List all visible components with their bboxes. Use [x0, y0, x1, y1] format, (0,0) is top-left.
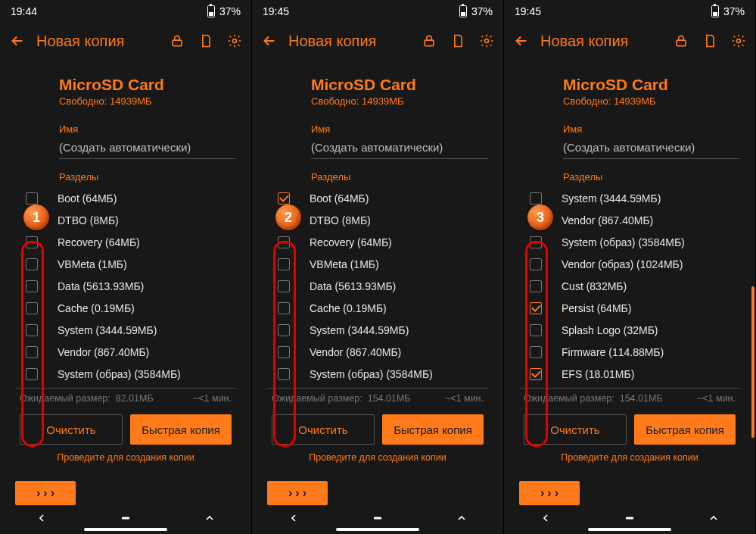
- nav-home-icon[interactable]: [371, 511, 384, 528]
- partition-checkbox[interactable]: [278, 346, 290, 358]
- battery-percent: 37%: [219, 5, 241, 17]
- gear-icon[interactable]: [227, 33, 242, 48]
- partition-row[interactable]: VBMeta (1МБ): [267, 253, 488, 275]
- swipe-handle[interactable]: ›››: [15, 481, 76, 505]
- partition-checkbox[interactable]: [278, 368, 290, 380]
- partition-checkbox[interactable]: [278, 192, 290, 205]
- swipe-track[interactable]: ›››: [15, 481, 236, 505]
- nav-back-icon[interactable]: [540, 512, 552, 527]
- partition-checkbox[interactable]: [278, 324, 290, 336]
- nav-recent-icon[interactable]: [708, 512, 720, 527]
- back-icon[interactable]: [9, 33, 26, 49]
- fast-copy-button[interactable]: Быстрая копия: [130, 414, 232, 445]
- storage-subtitle: Свободно: 14939МБ: [563, 95, 740, 107]
- clear-button[interactable]: Очистить: [272, 414, 375, 445]
- battery-percent: 37%: [723, 5, 745, 17]
- partition-row[interactable]: Vendor (образ) (1024МБ): [519, 253, 740, 275]
- partition-checkbox[interactable]: [26, 346, 38, 358]
- partition-row[interactable]: Persist (64МБ): [519, 297, 740, 319]
- partition-checkbox[interactable]: [26, 236, 38, 248]
- partition-checkbox[interactable]: [530, 258, 542, 270]
- partition-row[interactable]: Cache (0.19МБ): [267, 297, 488, 319]
- partition-checkbox[interactable]: [278, 236, 290, 248]
- gear-icon[interactable]: [479, 33, 494, 48]
- lock-icon[interactable]: [170, 33, 185, 48]
- partition-checkbox[interactable]: [26, 368, 38, 380]
- partition-row[interactable]: VBMeta (1МБ): [15, 253, 236, 275]
- partition-row[interactable]: Data (5613.93МБ): [267, 275, 488, 297]
- fast-copy-button[interactable]: Быстрая копия: [382, 414, 484, 445]
- swipe-handle[interactable]: ›››: [519, 481, 580, 505]
- fast-copy-button[interactable]: Быстрая копия: [634, 414, 736, 445]
- partition-checkbox[interactable]: [530, 236, 542, 248]
- battery-icon: [459, 5, 467, 17]
- partition-row[interactable]: Firmware (114.88МБ): [519, 341, 740, 363]
- name-label: Имя: [59, 123, 236, 135]
- partitions-label: Разделы: [59, 171, 236, 183]
- sdcard-icon[interactable]: [450, 33, 465, 48]
- nav-home-icon[interactable]: [623, 511, 636, 528]
- lock-icon[interactable]: [422, 33, 437, 48]
- partition-checkbox[interactable]: [530, 346, 542, 358]
- back-icon[interactable]: [513, 33, 530, 49]
- partition-checkbox[interactable]: [26, 258, 38, 270]
- nav-recent-icon[interactable]: [456, 512, 468, 527]
- partition-label-text: Vendor (867.40МБ): [58, 346, 149, 358]
- nav-recent-icon[interactable]: [204, 512, 216, 527]
- partition-row[interactable]: Splash Logo (32МБ): [519, 319, 740, 341]
- content-area: MicroSD CardСвободно: 14939МБИмя(Создать…: [504, 59, 755, 469]
- swipe-track[interactable]: ›››: [519, 481, 740, 505]
- swipe-handle[interactable]: ›››: [267, 481, 328, 505]
- sdcard-icon[interactable]: [198, 33, 213, 48]
- partition-row[interactable]: Cache (0.19МБ): [15, 297, 236, 319]
- partition-row[interactable]: System (3444.59МБ): [519, 187, 740, 209]
- phone-screen: 19:4537%Новая копияMicroSD CardСвободно:…: [252, 0, 504, 534]
- nav-back-icon[interactable]: [288, 512, 300, 527]
- partition-label-text: Vendor (867.40МБ): [562, 214, 653, 226]
- partition-checkbox[interactable]: [530, 368, 542, 380]
- clear-button[interactable]: Очистить: [20, 414, 123, 445]
- partition-checkbox[interactable]: [26, 324, 38, 336]
- partition-row[interactable]: System (образ) (3584МБ): [267, 363, 488, 385]
- swipe-track[interactable]: ›››: [267, 481, 488, 505]
- clear-button[interactable]: Очистить: [524, 414, 627, 445]
- partition-checkbox[interactable]: [278, 258, 290, 270]
- partition-row[interactable]: System (образ) (3584МБ): [519, 231, 740, 253]
- partition-row[interactable]: System (3444.59МБ): [267, 319, 488, 341]
- partition-checkbox[interactable]: [278, 280, 290, 292]
- partition-checkbox[interactable]: [26, 280, 38, 292]
- partition-row[interactable]: Vendor (867.40МБ): [15, 341, 236, 363]
- gear-icon[interactable]: [731, 33, 746, 48]
- sdcard-icon[interactable]: [702, 33, 717, 48]
- partition-row[interactable]: Data (5613.93МБ): [15, 275, 236, 297]
- partition-checkbox[interactable]: [530, 324, 542, 336]
- partition-checkbox[interactable]: [530, 302, 542, 314]
- partition-label-text: EFS (18.01МБ): [562, 368, 634, 380]
- partition-row[interactable]: Cust (832МБ): [519, 275, 740, 297]
- partition-checkbox[interactable]: [278, 302, 290, 314]
- partition-checkbox[interactable]: [26, 302, 38, 314]
- partition-row[interactable]: Boot (64МБ): [15, 187, 236, 209]
- partition-row[interactable]: Boot (64МБ): [267, 187, 488, 209]
- battery-icon: [711, 5, 719, 17]
- partition-row[interactable]: System (образ) (3584МБ): [15, 363, 236, 385]
- partition-row[interactable]: Recovery (64МБ): [267, 231, 488, 253]
- name-input[interactable]: (Создать автоматически): [59, 141, 236, 159]
- name-input[interactable]: (Создать автоматически): [563, 141, 740, 159]
- partition-checkbox[interactable]: [530, 192, 542, 205]
- name-label: Имя: [563, 123, 740, 135]
- partition-row[interactable]: Vendor (867.40МБ): [267, 341, 488, 363]
- partition-row[interactable]: EFS (18.01МБ): [519, 363, 740, 385]
- lock-icon[interactable]: [674, 33, 689, 48]
- nav-home-icon[interactable]: [119, 511, 132, 528]
- partition-row[interactable]: System (3444.59МБ): [15, 319, 236, 341]
- svg-rect-3: [425, 40, 434, 45]
- status-time: 19:45: [263, 5, 289, 17]
- partition-checkbox[interactable]: [530, 280, 542, 292]
- back-icon[interactable]: [261, 33, 278, 49]
- nav-back-icon[interactable]: [36, 512, 48, 527]
- nav-pill: [336, 528, 419, 531]
- partition-row[interactable]: Recovery (64МБ): [15, 231, 236, 253]
- name-input[interactable]: (Создать автоматически): [311, 141, 488, 159]
- partition-checkbox[interactable]: [26, 192, 38, 205]
